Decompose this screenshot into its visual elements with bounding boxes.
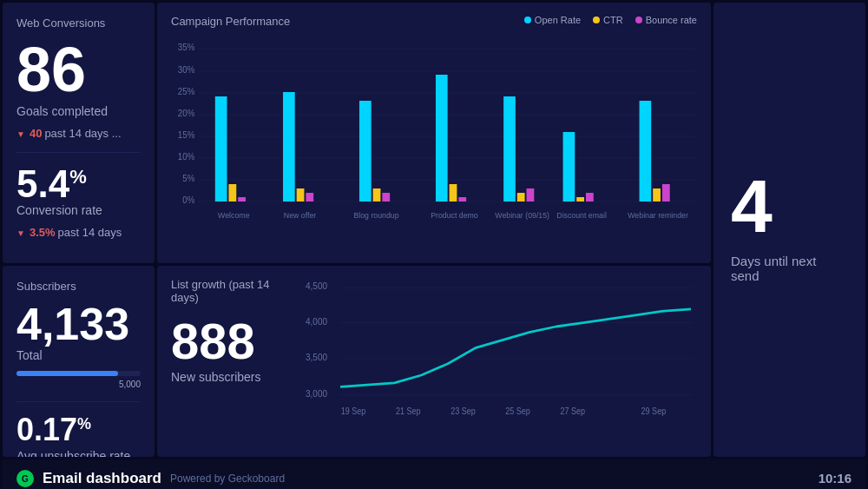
svg-rect-32	[503, 96, 516, 202]
footer-logo: G	[16, 470, 34, 487]
svg-text:27 Sep: 27 Sep	[560, 406, 585, 416]
svg-text:15%: 15%	[178, 130, 195, 140]
next-send-number: 4	[731, 169, 773, 243]
unsubscribe-rate-label: Avg unsubscribe rate	[16, 449, 141, 457]
next-send-card: 4 Days until next send	[713, 3, 865, 457]
svg-rect-30	[458, 197, 466, 202]
svg-rect-36	[563, 132, 575, 202]
subscribers-total-label: Total	[16, 348, 141, 362]
svg-text:4,500: 4,500	[306, 281, 327, 292]
campaign-title: Campaign Performance	[171, 15, 290, 28]
svg-rect-22	[306, 193, 313, 202]
svg-text:0%: 0%	[182, 195, 194, 205]
svg-rect-21	[297, 188, 305, 202]
svg-text:25%: 25%	[178, 87, 195, 96]
svg-text:19 Sep: 19 Sep	[341, 406, 366, 416]
divider-1	[16, 152, 141, 153]
svg-text:3,500: 3,500	[306, 352, 327, 363]
svg-text:Product demo: Product demo	[431, 211, 478, 220]
progress-labels: 5,000	[16, 380, 141, 389]
list-growth-left: List growth (past 14 days) 888 New subsc…	[171, 278, 306, 448]
divider-2	[16, 401, 141, 402]
legend-dot-open	[524, 17, 531, 23]
legend-ctr: CTR	[593, 15, 623, 25]
list-growth-card: List growth (past 14 days) 888 New subsc…	[157, 266, 711, 457]
web-conversions-number: 86	[16, 38, 141, 101]
svg-rect-33	[517, 193, 525, 202]
subscribers-title: Subscribers	[16, 280, 141, 293]
svg-text:G: G	[22, 474, 29, 484]
legend-dot-bounce	[635, 17, 642, 23]
svg-rect-29	[450, 184, 457, 202]
footer-title: Email dashboard	[43, 470, 161, 487]
legend-dot-ctr	[593, 17, 600, 23]
bar-chart-svg: 35% 30% 25% 20% 15% 10% 5% 0%	[171, 40, 697, 231]
footer-time: 10:16	[819, 471, 852, 486]
list-growth-chart: 4,500 4,000 3,500 3,000 19 Sep 21 Sep 23…	[306, 278, 697, 448]
subscribers-total: 4,133	[16, 301, 141, 347]
svg-text:30%: 30%	[178, 65, 195, 75]
svg-text:Discount email: Discount email	[556, 211, 607, 220]
trend-label: past 14 days ...	[44, 127, 121, 140]
new-subscribers-label: New subscribers	[171, 370, 297, 384]
footer-left: G Email dashboard Powered by Geckoboard	[16, 470, 285, 487]
svg-rect-38	[586, 193, 594, 202]
conversion-trend: 3.5% past 14 days	[16, 226, 141, 239]
svg-text:10%: 10%	[178, 152, 195, 162]
new-subscribers-number: 888	[171, 316, 297, 367]
svg-text:4,000: 4,000	[306, 315, 327, 327]
svg-rect-25	[373, 188, 381, 202]
svg-text:Welcome: Welcome	[218, 211, 249, 220]
chart-legend: Open Rate CTR Bounce rate	[524, 15, 697, 25]
svg-text:3,000: 3,000	[306, 387, 327, 399]
conversion-rate-label: Conversion rate	[16, 203, 141, 217]
svg-rect-28	[436, 75, 448, 202]
trend-down-arrow	[16, 127, 27, 140]
geckoboard-icon: G	[18, 472, 32, 486]
footer: G Email dashboard Powered by Geckoboard …	[3, 459, 865, 489]
svg-rect-42	[662, 184, 670, 202]
conv-trend-label: past 14 days	[58, 226, 122, 239]
svg-text:Webinar reminder: Webinar reminder	[628, 211, 688, 220]
svg-rect-26	[382, 193, 390, 202]
conversion-rate-number: 5.4%	[16, 165, 141, 203]
legend-label-bounce: Bounce rate	[646, 15, 697, 25]
list-growth-title: List growth (past 14 days)	[171, 278, 297, 304]
svg-rect-17	[228, 184, 236, 202]
line-chart-svg: 4,500 4,000 3,500 3,000 19 Sep 21 Sep 23…	[306, 278, 697, 448]
svg-rect-20	[283, 92, 295, 202]
chart-header: Campaign Performance Open Rate CTR Bounc…	[171, 15, 697, 36]
svg-text:New offer: New offer	[284, 211, 316, 220]
footer-powered: Powered by Geckoboard	[170, 472, 285, 485]
subscribers-progress-bar	[16, 371, 141, 376]
legend-label-open: Open Rate	[535, 15, 581, 25]
svg-rect-40	[640, 101, 652, 202]
campaign-performance-card: Campaign Performance Open Rate CTR Bounc…	[157, 3, 711, 263]
svg-text:20%: 20%	[178, 109, 195, 118]
svg-rect-37	[576, 197, 584, 202]
web-conversions-card: Web Conversions 86 Goals completed 40 pa…	[3, 3, 155, 263]
svg-text:21 Sep: 21 Sep	[396, 406, 421, 416]
svg-text:23 Sep: 23 Sep	[450, 406, 476, 416]
progress-max: 5,000	[119, 380, 141, 389]
web-conversions-trend: 40 past 14 days ...	[16, 127, 141, 140]
svg-rect-18	[238, 197, 246, 202]
next-send-label: Days until next send	[731, 254, 848, 283]
bar-chart: 35% 30% 25% 20% 15% 10% 5% 0%	[171, 40, 697, 231]
svg-text:Webinar (09/15): Webinar (09/15)	[495, 211, 549, 220]
web-conversions-title: Web Conversions	[16, 17, 141, 30]
svg-rect-34	[527, 188, 535, 202]
progress-bar-fill	[16, 371, 118, 376]
unsubscribe-rate-number: 0.17%	[16, 414, 141, 446]
svg-text:29 Sep: 29 Sep	[641, 406, 667, 416]
svg-text:35%: 35%	[178, 43, 195, 52]
svg-rect-41	[653, 188, 661, 202]
svg-text:25 Sep: 25 Sep	[505, 406, 530, 416]
svg-text:Blog roundup: Blog roundup	[353, 211, 398, 220]
svg-rect-16	[215, 96, 227, 202]
conv-trend-value: 3.5%	[30, 226, 56, 239]
web-conversions-label: Goals completed	[16, 104, 141, 118]
legend-label-ctr: CTR	[603, 15, 623, 25]
legend-open-rate: Open Rate	[524, 15, 581, 25]
conv-trend-arrow	[16, 226, 27, 239]
